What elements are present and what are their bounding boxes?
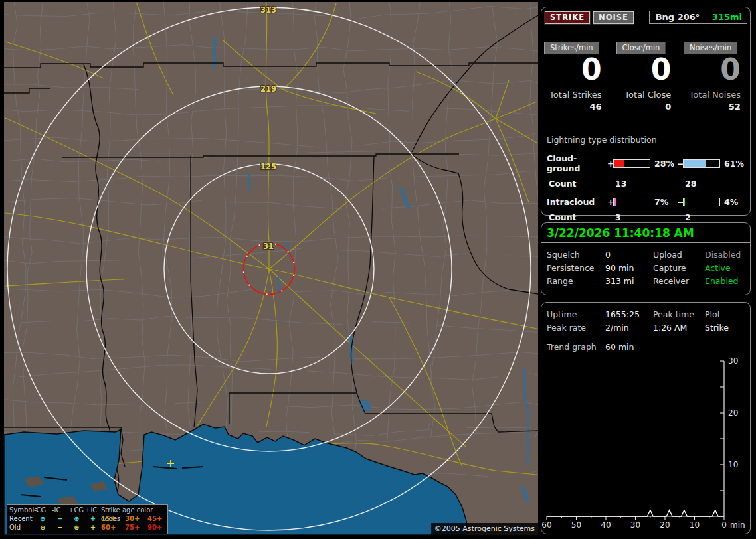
legend-header-neg-cg: -CG [34,506,52,514]
peak-time-label: Peak time [653,308,705,321]
legend-header-symbols: Symbols [9,506,34,514]
status-panel: 3/22/2026 11:40:18 AM Squelch 0 Upload D… [541,222,751,295]
cloud-ground-row: Cloud-ground + 28% − 61% [547,153,746,173]
uptime-row: Uptime 1655:25 Peak time Plot [547,308,750,321]
plot-label: Plot [705,308,750,321]
old-pos-ic-icon: + [85,523,101,532]
old-pos-cg-icon: ⊕ [68,523,85,532]
total-close-label: Total Close [611,90,672,100]
trend-graph-label: Trend graph [547,341,605,354]
peak-time-value: 1:26 AM [653,321,705,335]
persistence-label: Persistence [547,262,605,275]
svg-text:313: 313 [260,5,276,15]
bearing-readout: Bng 206° 315mi [649,11,747,24]
cg-negative-count: 28 [683,179,721,189]
ic-negative-bar [683,198,720,206]
count-label: Count [547,179,607,189]
peak-rate-label: Peak rate [547,321,605,335]
svg-text:50: 50 [571,520,581,530]
plus-sign: + [607,197,613,207]
count-label: Count [547,212,607,222]
legend-old-label: Old [9,523,34,532]
svg-text:10: 10 [728,460,738,469]
map-canvas: 31125219313 [4,2,538,535]
noises-per-min-value: 0 [680,56,741,83]
range-receiver-row: Range 313 mi Receiver Enabled [547,275,750,288]
strike-toggle-button[interactable]: STRIKE [545,11,590,24]
old-neg-cg-icon: ⊖ [34,523,52,532]
cg-positive-bar [613,159,650,168]
plus-sign: + [607,159,613,169]
ic-positive-count: 3 [613,212,652,222]
legend-header-pos-ic: +IC [85,506,101,514]
svg-text:10: 10 [690,520,700,530]
recent-neg-cg-icon: ⊖ [34,514,52,523]
svg-text:40: 40 [601,520,611,530]
plot-value: Strike [705,321,750,335]
trend-window-value: 60 min [605,341,750,354]
cg-negative-percent: 61% [721,159,746,169]
upload-label: Upload [653,248,705,262]
ic-negative-percent: 4% [721,197,746,207]
peak-rate-row: Peak rate 2/min 1:26 AM Strike [547,321,750,335]
squelch-label: Squelch [547,248,605,262]
upload-status: Disabled [705,248,750,262]
ic-positive-percent: 7% [652,197,677,207]
lightning-map[interactable]: 31125219313 Symbols -CG -IC +CG +IC Stri… [4,2,538,535]
age-code-60: 60+ [101,523,125,532]
datetime-display: 3/22/2026 11:40:18 AM [541,223,750,243]
peak-rate-value: 2/min [605,321,653,335]
old-neg-ic-icon: − [52,523,68,532]
noise-toggle-button[interactable]: NOISE [593,11,634,24]
strikes-column: Strikes/min 0 Total Strikes 46 [541,40,611,112]
cg-positive-percent: 28% [652,159,677,169]
svg-text:219: 219 [260,84,276,94]
uptime-label: Uptime [547,308,605,321]
total-noises-label: Total Noises [680,90,741,100]
persistence-value: 90 min [605,262,653,275]
svg-text:20: 20 [660,520,670,530]
receiver-status: Enabled [705,275,750,288]
map-legend: Symbols -CG -IC +CG +IC Strike age color… [7,504,168,534]
recent-neg-ic-icon: − [52,514,68,523]
squelch-upload-row: Squelch 0 Upload Disabled [547,248,750,262]
capture-label: Capture [653,262,705,275]
distribution-title: Lightning type distribution [547,135,746,147]
squelch-value: 0 [605,248,653,262]
receiver-label: Receiver [653,275,705,288]
legend-header-strike-age: Strike age color codes [101,506,169,514]
total-strikes-label: Total Strikes [541,90,602,100]
range-label: Range [547,275,605,288]
age-code-90: 90+ [147,523,169,532]
svg-text:20: 20 [728,408,738,418]
total-close-value: 0 [611,102,672,112]
recent-pos-ic-icon: + [85,514,101,523]
total-noises-value: 52 [680,102,741,112]
svg-text:125: 125 [260,162,276,171]
total-strikes-value: 46 [541,102,602,112]
strikes-per-min-value: 0 [541,56,602,83]
recent-pos-cg-icon: ⊕ [68,514,85,523]
bearing-distance: 315mi [712,12,742,22]
cg-positive-count: 13 [613,179,652,189]
age-code-30: 30+ [125,514,147,523]
intracloud-label: Intracloud [547,197,607,207]
legend-header-pos-cg: +CG [68,506,85,514]
legend-recent-label: Recent [9,514,34,523]
nexstorm-window: 31125219313 Symbols -CG -IC +CG +IC Stri… [0,0,756,539]
trend-graph-row: Trend graph 60 min [541,341,750,354]
legend-header-neg-ic: -IC [52,506,68,514]
svg-text:60: 60 [541,520,551,530]
svg-text:min: min [730,520,745,530]
close-per-min-value: 0 [611,56,672,83]
age-code-75: 75+ [125,523,147,532]
noises-column: Noises/min 0 Total Noises 52 [680,40,750,112]
intracloud-row: Intracloud + 7% − 4% [547,197,746,207]
copyright-label: ©2005 Astrogenic Systems [431,523,538,535]
age-code-45: 45+ [147,514,169,523]
lightning-type-distribution: Lightning type distribution Cloud-ground… [547,135,746,222]
svg-text:0: 0 [721,520,727,530]
bearing-value: Bng 206° [656,12,700,22]
range-value: 313 mi [605,275,653,288]
svg-text:30: 30 [728,356,738,366]
